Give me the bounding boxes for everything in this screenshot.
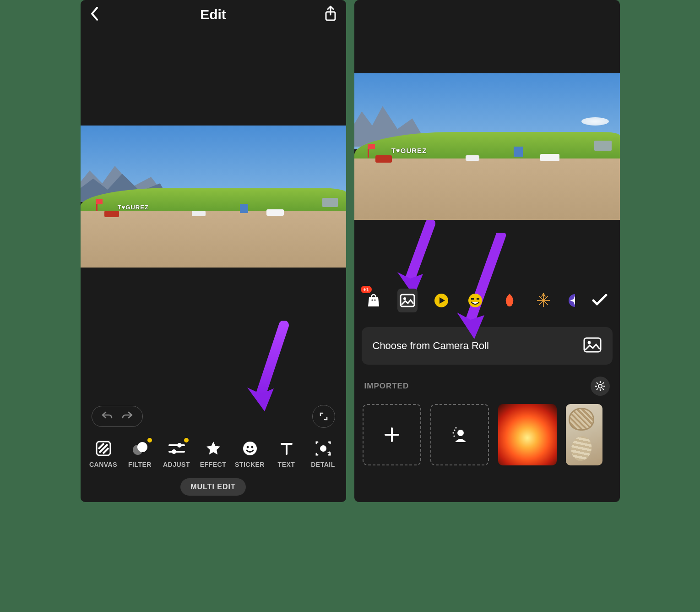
svg-text:+: +	[327, 449, 331, 456]
sticker-cat-gallery[interactable]	[397, 289, 418, 312]
shop-badge: +1	[361, 286, 372, 293]
sparkle-icon	[567, 293, 575, 308]
svg-line-48	[597, 388, 598, 390]
tool-label: FILTER	[128, 461, 152, 468]
tool-label: ADJUST	[163, 461, 190, 468]
undo-button[interactable]	[101, 411, 113, 422]
effect-icon	[205, 440, 222, 457]
svg-point-16	[251, 446, 253, 448]
svg-point-51	[457, 430, 464, 436]
photo-preview[interactable]: T♥GUREZ	[81, 126, 346, 268]
svg-point-22	[371, 299, 373, 301]
svg-point-53	[452, 432, 454, 433]
svg-point-14	[243, 442, 257, 455]
choose-label: Choose from Camera Roll	[373, 340, 489, 352]
notification-dot	[147, 438, 152, 443]
sticker-cat-emoji[interactable]	[465, 289, 485, 312]
thumb-imported-1[interactable]	[498, 404, 557, 465]
svg-point-23	[374, 299, 375, 301]
emoji-icon	[467, 293, 483, 308]
play-icon	[434, 293, 449, 308]
sticker-cat-flame[interactable]	[499, 289, 519, 312]
page-title: Edit	[200, 7, 226, 22]
sticker-cat-sparkle[interactable]	[567, 289, 575, 312]
spacer	[354, 0, 620, 73]
sticker-category-row: +1	[354, 288, 620, 313]
svg-point-28	[468, 294, 482, 307]
imported-thumbs	[354, 404, 620, 465]
detail-icon: +	[315, 440, 332, 457]
tool-canvas[interactable]: CANVAS	[85, 440, 122, 468]
tool-label: STICKER	[235, 461, 265, 468]
confirm-button[interactable]	[589, 288, 611, 313]
tool-label: CANVAS	[89, 461, 117, 468]
tool-sticker[interactable]: STICKER	[232, 440, 268, 468]
thumb-imported-2[interactable]	[566, 404, 602, 465]
svg-line-45	[597, 382, 598, 384]
gallery-icon	[400, 294, 415, 307]
svg-rect-29	[471, 298, 474, 300]
adjust-icon	[168, 440, 185, 457]
screenshot-right-sticker-picker: T♥GUREZ +1	[354, 0, 620, 502]
sticker-cat-play[interactable]	[431, 289, 451, 312]
multi-edit-button[interactable]: MULTI EDIT	[180, 478, 246, 496]
svg-line-46	[602, 388, 604, 390]
canvas-icon	[95, 440, 112, 457]
svg-point-15	[246, 446, 249, 448]
sticker-icon	[241, 440, 259, 457]
plus-icon	[383, 426, 401, 444]
image-icon	[583, 337, 602, 355]
imported-header: IMPORTED	[354, 377, 620, 396]
thumb-import-portrait[interactable]	[430, 404, 489, 465]
header: Edit	[81, 0, 346, 29]
undo-redo-group	[92, 406, 143, 427]
svg-point-13	[172, 449, 176, 454]
svg-point-40	[598, 384, 602, 388]
redo-button[interactable]	[121, 411, 133, 422]
sticker-cat-shop[interactable]: +1	[364, 289, 384, 312]
spacer	[81, 29, 346, 126]
tool-effect[interactable]: EFFECT	[195, 440, 232, 468]
tool-detail[interactable]: + DETAIL	[305, 440, 342, 468]
sticker-cat-firework[interactable]	[533, 289, 553, 312]
text-icon	[278, 440, 295, 457]
back-button[interactable]	[90, 6, 100, 23]
svg-point-55	[455, 427, 456, 428]
svg-line-47	[602, 382, 604, 384]
tool-label: DETAIL	[311, 461, 335, 468]
choose-camera-roll-button[interactable]: Choose from Camera Roll	[362, 327, 613, 365]
screenshot-left-edit: Edit T♥GUREZ	[81, 0, 346, 502]
tool-label: EFFECT	[200, 461, 226, 468]
flame-icon	[503, 293, 516, 308]
svg-rect-30	[477, 298, 479, 300]
filter-icon	[131, 440, 149, 457]
svg-point-52	[454, 429, 455, 431]
tool-filter[interactable]: FILTER	[122, 440, 158, 468]
portrait-scan-icon	[450, 426, 469, 444]
svg-point-9	[137, 442, 147, 452]
shopping-bag-icon	[366, 293, 381, 308]
tool-row: CANVAS FILTER ADJUST EFFECT ST	[81, 440, 346, 468]
share-button[interactable]	[324, 5, 337, 24]
gear-icon	[595, 381, 606, 392]
tool-adjust[interactable]: ADJUST	[158, 440, 195, 468]
controls-row	[81, 405, 346, 428]
svg-point-17	[320, 445, 326, 452]
settings-button[interactable]	[591, 377, 610, 396]
thumb-add[interactable]	[363, 404, 421, 465]
svg-point-54	[453, 435, 455, 437]
photo-preview[interactable]: T♥GUREZ	[354, 73, 620, 220]
notification-dot	[184, 438, 189, 443]
svg-rect-24	[401, 295, 414, 306]
svg-point-25	[403, 297, 406, 300]
svg-rect-38	[584, 338, 601, 352]
svg-point-11	[177, 443, 182, 448]
tool-label: TEXT	[278, 461, 295, 468]
imported-label: IMPORTED	[364, 382, 409, 391]
tool-text[interactable]: TEXT	[268, 440, 305, 468]
svg-point-39	[587, 341, 591, 344]
collapse-button[interactable]	[312, 405, 335, 428]
firework-icon	[535, 292, 552, 309]
